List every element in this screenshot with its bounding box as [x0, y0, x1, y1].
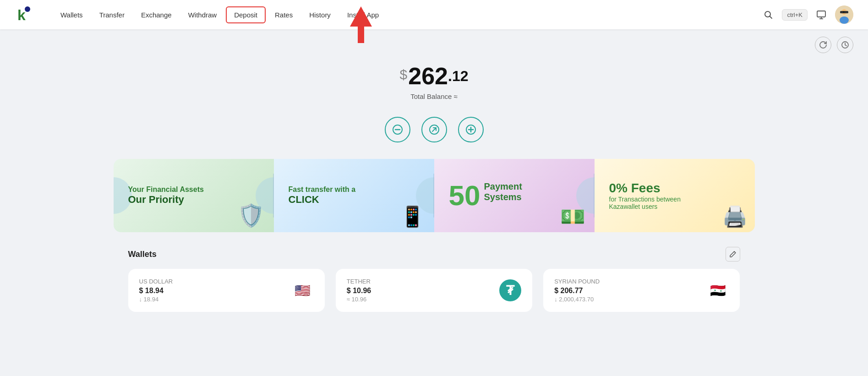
nav-deposit[interactable]: Deposit [226, 6, 266, 23]
wallet-flag-usdt: ₮ [499, 279, 521, 301]
promo-fees-line1: 0% Fees [609, 181, 740, 196]
promo-payment-big: 50 [449, 181, 480, 210]
svg-point-2 [25, 6, 30, 12]
promo-security-title: Your Financial Assets [128, 185, 259, 194]
promo-payment-side1: Payment [484, 181, 522, 192]
svg-rect-5 [817, 11, 825, 17]
nav-exchange[interactable]: Exchange [134, 7, 179, 22]
promo-fees: 0% Fees for Transactions between Kazawal… [595, 159, 755, 232]
wallets-edit-button[interactable] [726, 247, 740, 262]
wallet-usdt-amount: $ 10.96 [347, 287, 492, 295]
history-button[interactable] [837, 37, 853, 53]
action-buttons [385, 117, 484, 142]
promo-transfer-subtitle: CLICK [289, 194, 420, 206]
wallet-name-usdt: TETHER [347, 278, 492, 285]
wallet-syp-amount: $ 206.77 [554, 287, 699, 295]
avatar[interactable] [835, 5, 853, 24]
svg-rect-12 [840, 11, 843, 13]
nav-history[interactable]: History [302, 7, 338, 22]
main-content: $ 262 .12 Total Balance ≈ [0, 29, 868, 312]
wallet-cards: US DOLLAR $ 18.94 ↓ 18.94 🇺🇸 TETHER $ 10… [128, 269, 740, 312]
wallets-section: Wallets US DOLLAR $ 18.94 ↓ 18.94 🇺🇸 [114, 247, 755, 312]
wallet-flag-syp: 🇸🇾 [707, 279, 729, 301]
wallet-native-usdt: ≈ 10.96 [347, 296, 492, 303]
promo-payment: 50 Payment Systems 💵 [434, 159, 595, 232]
logo[interactable]: k [15, 5, 35, 25]
wallet-info-usd: US DOLLAR $ 18.94 ↓ 18.94 [139, 278, 284, 303]
currency-symbol: $ [400, 67, 408, 82]
wallet-usd-amount: $ 18.94 [139, 287, 284, 295]
wallet-flag-usd: 🇺🇸 [292, 279, 314, 301]
keyboard-shortcut[interactable]: ctrl+K [782, 9, 808, 21]
balance-amount: $ 262 .12 [400, 62, 469, 90]
navbar: k Wallets Transfer Exchange Withdraw Dep… [0, 0, 868, 29]
wallet-card-usd[interactable]: US DOLLAR $ 18.94 ↓ 18.94 🇺🇸 [128, 269, 325, 312]
wallet-native-usd: ↓ 18.94 [139, 296, 284, 303]
wallet-card-usdt[interactable]: TETHER $ 10.96 ≈ 10.96 ₮ [336, 269, 532, 312]
promo-banner: Your Financial Assets Our Priority 🛡️ Fa… [114, 159, 755, 232]
nav-install[interactable]: Install App [340, 7, 386, 22]
nav-rates[interactable]: Rates [267, 7, 300, 22]
wallet-name-syp: SYRIAN POUND [554, 278, 699, 285]
svg-text:k: k [17, 7, 26, 23]
wallet-card-syp[interactable]: SYRIAN POUND $ 206.77 ↓ 2,000,473.70 🇸🇾 [543, 269, 740, 312]
svg-line-4 [770, 16, 772, 19]
balance-decimal: .12 [448, 68, 468, 85]
nav-withdraw[interactable]: Withdraw [181, 7, 224, 22]
nav-wallets[interactable]: Wallets [53, 7, 90, 22]
wallet-info-syp: SYRIAN POUND $ 206.77 ↓ 2,000,473.70 [554, 278, 699, 303]
top-right-icons [815, 37, 853, 53]
deposit-button[interactable] [458, 117, 484, 142]
nav-right: ctrl+K [760, 5, 853, 24]
refresh-button[interactable] [815, 37, 831, 53]
wallet-native-syp: ↓ 2,000,473.70 [554, 296, 699, 303]
svg-rect-13 [844, 11, 848, 13]
svg-line-18 [432, 128, 436, 131]
wallets-title: Wallets [128, 250, 157, 259]
promo-security: Your Financial Assets Our Priority 🛡️ [114, 159, 274, 232]
promo-payment-side2: Systems [484, 192, 522, 202]
balance-integer: 262 [408, 62, 448, 90]
withdraw-button[interactable] [385, 117, 410, 142]
nav-transfer[interactable]: Transfer [92, 7, 132, 22]
balance-section: $ 262 .12 Total Balance ≈ [400, 62, 469, 100]
screen-icon[interactable] [813, 6, 830, 23]
search-button[interactable] [760, 6, 776, 23]
wallets-header: Wallets [128, 247, 740, 262]
promo-fees-line3: Kazawallet users [609, 203, 740, 210]
transfer-button[interactable] [421, 117, 447, 142]
nav-links: Wallets Transfer Exchange Withdraw Depos… [53, 6, 760, 23]
balance-label: Total Balance ≈ [400, 93, 469, 100]
wallet-info-usdt: TETHER $ 10.96 ≈ 10.96 [347, 278, 492, 303]
wallet-name-usd: US DOLLAR [139, 278, 284, 285]
promo-fees-line2: for Transactions between [609, 196, 740, 203]
promo-transfer: Fast transfer with a CLICK 📱 [274, 159, 434, 232]
promo-transfer-title: Fast transfer with a [289, 185, 420, 194]
svg-point-10 [840, 16, 849, 24]
